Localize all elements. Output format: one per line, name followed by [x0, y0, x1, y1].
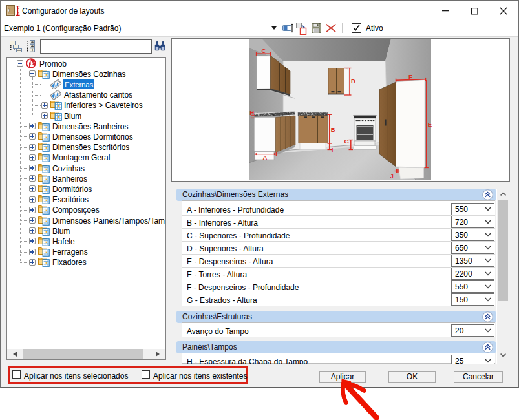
- svg-text:E: E: [428, 121, 432, 128]
- svg-text:J: J: [390, 173, 394, 180]
- svg-text:D: D: [351, 78, 355, 85]
- svg-text:A: A: [263, 154, 268, 161]
- svg-text:F: F: [408, 73, 412, 80]
- svg-text:G: G: [344, 138, 349, 145]
- svg-text:I: I: [332, 146, 334, 153]
- svg-text:B: B: [331, 126, 335, 133]
- svg-text:C: C: [262, 47, 266, 54]
